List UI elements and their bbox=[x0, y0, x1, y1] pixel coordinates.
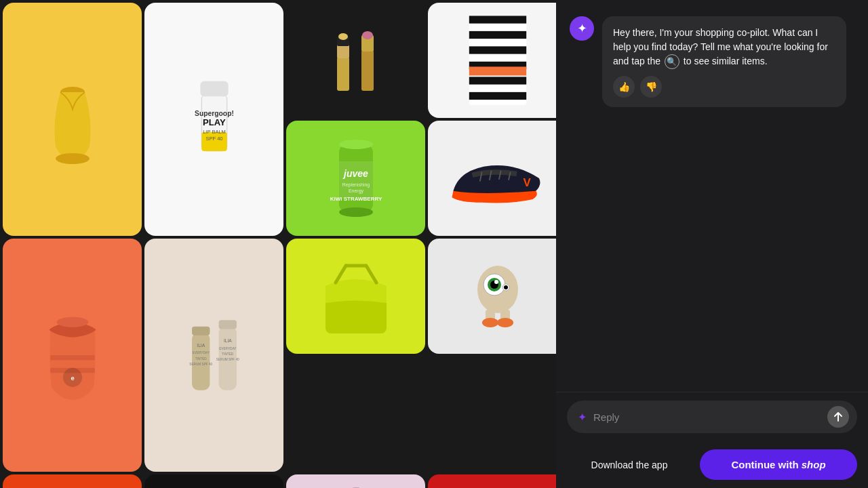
download-app-text: Download the app bbox=[567, 460, 692, 470]
product-grid-panel: Supergoop! PLAY LIP BALM SPF 40 bbox=[0, 0, 556, 488]
product-lipstick[interactable] bbox=[286, 3, 425, 118]
svg-rect-16 bbox=[469, 16, 526, 104]
svg-rect-25 bbox=[50, 355, 95, 361]
svg-rect-19 bbox=[469, 46, 526, 54]
product-grid: Supergoop! PLAY LIP BALM SPF 40 bbox=[0, 0, 556, 488]
product-yellow-vase[interactable] bbox=[3, 3, 142, 236]
reply-area: ✦ bbox=[556, 392, 868, 441]
svg-point-64 bbox=[504, 285, 508, 289]
svg-rect-43 bbox=[192, 327, 210, 336]
svg-text:ILIA: ILIA bbox=[223, 338, 231, 343]
bot-message-row: ✦ Hey there, I'm your shopping co-pilot.… bbox=[570, 16, 854, 107]
svg-text:LIP BALM: LIP BALM bbox=[203, 129, 226, 135]
svg-point-62 bbox=[494, 280, 498, 284]
shop-word: shop bbox=[802, 459, 826, 470]
product-sunscreen[interactable]: Supergoop! PLAY LIP BALM SPF 40 bbox=[144, 3, 283, 236]
product-running-shoes[interactable]: V bbox=[428, 121, 556, 236]
svg-text:SPF 40: SPF 40 bbox=[205, 136, 222, 142]
svg-text:TINTED: TINTED bbox=[222, 352, 234, 356]
svg-rect-4 bbox=[200, 81, 228, 97]
svg-point-1 bbox=[56, 153, 90, 164]
product-ilia-serum[interactable]: ILIA EVERYDAY TINTED SERUM SPF 40 ILIA E… bbox=[144, 239, 283, 472]
svg-point-31 bbox=[339, 207, 373, 217]
svg-text:V: V bbox=[523, 176, 531, 189]
svg-rect-49 bbox=[218, 320, 236, 329]
reply-input[interactable] bbox=[593, 411, 821, 423]
svg-text:EVERYDAY: EVERYDAY bbox=[192, 351, 210, 354]
svg-text:SERUM SPF 40: SERUM SPF 40 bbox=[216, 358, 239, 361]
product-energy-drink[interactable]: juvee Replenishing Energy KIWI STRAWBERR… bbox=[286, 121, 425, 236]
product-orange-jacket[interactable] bbox=[3, 474, 142, 488]
bot-sparkle-icon: ✦ bbox=[577, 22, 587, 35]
product-yellow-bag[interactable] bbox=[286, 239, 425, 354]
continue-label: Continue with bbox=[731, 459, 801, 470]
svg-point-14 bbox=[362, 31, 373, 39]
svg-text:juvee: juvee bbox=[342, 168, 368, 179]
svg-rect-21 bbox=[469, 77, 526, 84]
svg-point-68 bbox=[497, 318, 513, 327]
chat-panel: ✦ Hey there, I'm your shopping co-pilot.… bbox=[556, 0, 868, 488]
thumbs-down-button[interactable]: 👎 bbox=[640, 76, 662, 98]
bot-avatar: ✦ bbox=[570, 16, 594, 41]
product-star-sweater[interactable] bbox=[144, 474, 283, 488]
svg-text:SERUM SPF 40: SERUM SPF 40 bbox=[189, 363, 212, 366]
svg-line-56 bbox=[366, 266, 376, 283]
svg-point-67 bbox=[482, 318, 498, 327]
svg-rect-17 bbox=[469, 16, 526, 23]
svg-text:e: e bbox=[71, 375, 74, 382]
product-halloween-tomatoes[interactable] bbox=[428, 474, 556, 488]
svg-text:Replenishing: Replenishing bbox=[342, 182, 370, 188]
feedback-buttons-group: 👍 👎 bbox=[613, 76, 835, 98]
svg-rect-12 bbox=[361, 50, 374, 91]
search-lens-inline-icon: 🔍 bbox=[665, 54, 679, 69]
svg-point-15 bbox=[338, 33, 348, 40]
product-striped-dress[interactable] bbox=[428, 3, 556, 118]
bottom-bar: Download the app Continue with shop bbox=[556, 441, 868, 488]
send-arrow-icon bbox=[833, 411, 844, 422]
svg-point-24 bbox=[56, 317, 88, 327]
svg-rect-9 bbox=[337, 57, 349, 91]
continue-with-shop-button[interactable]: Continue with shop bbox=[700, 449, 857, 480]
bot-message-text-2: to see similar items. bbox=[681, 56, 768, 66]
send-button[interactable] bbox=[827, 406, 849, 428]
reply-input-wrapper: ✦ bbox=[567, 401, 857, 433]
svg-rect-42 bbox=[192, 333, 210, 390]
product-pink-item[interactable] bbox=[286, 474, 425, 488]
svg-text:EVERYDAY: EVERYDAY bbox=[219, 347, 237, 350]
svg-text:TINTED: TINTED bbox=[195, 357, 207, 361]
svg-text:KIWI STRAWBERRY: KIWI STRAWBERRY bbox=[330, 196, 382, 202]
svg-text:PLAY: PLAY bbox=[203, 117, 226, 127]
thumbs-up-button[interactable]: 👍 bbox=[613, 76, 635, 98]
svg-rect-18 bbox=[469, 31, 526, 39]
svg-text:Energy: Energy bbox=[348, 188, 363, 194]
svg-rect-22 bbox=[469, 92, 526, 100]
chat-messages-area: ✦ Hey there, I'm your shopping co-pilot.… bbox=[556, 0, 868, 392]
reply-sparkle-icon: ✦ bbox=[578, 411, 587, 424]
bot-message-bubble: Hey there, I'm your shopping co-pilot. W… bbox=[602, 16, 846, 107]
svg-point-30 bbox=[339, 140, 373, 149]
svg-text:ILIA: ILIA bbox=[197, 343, 205, 348]
svg-rect-23 bbox=[469, 66, 526, 75]
product-orange-cup[interactable]: e bbox=[3, 239, 142, 472]
svg-text:Supergoop!: Supergoop! bbox=[195, 110, 234, 117]
product-cartoon-character[interactable] bbox=[428, 239, 556, 354]
svg-line-55 bbox=[336, 266, 346, 283]
